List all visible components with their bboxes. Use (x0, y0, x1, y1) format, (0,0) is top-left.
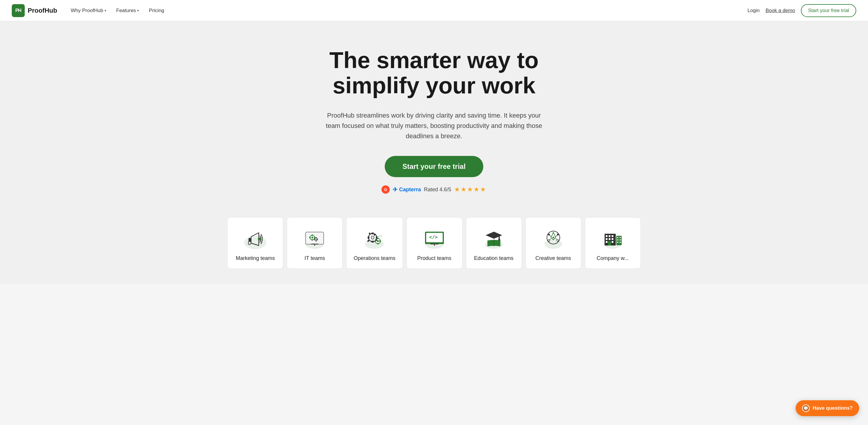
star-rating: ★★★★★ (454, 186, 487, 193)
chevron-down-icon: ▾ (137, 8, 139, 13)
marketing-icon (241, 226, 270, 250)
teams-section: Marketing teams (0, 214, 868, 284)
svg-rect-15 (315, 237, 317, 238)
capterra-badge: ✈ Capterra (393, 186, 421, 193)
team-label-creative: Creative teams (535, 255, 571, 261)
svg-point-51 (553, 237, 554, 238)
svg-rect-10 (311, 239, 313, 240)
svg-rect-18 (317, 239, 318, 240)
svg-rect-68 (606, 241, 608, 243)
hero-ratings: G ✈ Capterra Rated 4.6/5 ★★★★★ (12, 186, 856, 194)
team-card-it[interactable]: IT teams (287, 217, 343, 269)
svg-rect-77 (620, 242, 621, 243)
svg-rect-63 (609, 235, 611, 237)
hero-trial-button[interactable]: Start your free trial (385, 156, 483, 177)
team-label-product: Product teams (417, 255, 452, 261)
svg-rect-22 (371, 232, 374, 234)
team-label-it: IT teams (305, 255, 325, 261)
g2-badge: G (381, 186, 390, 194)
svg-point-53 (548, 234, 550, 235)
svg-rect-24 (368, 236, 369, 239)
hero-section: The smarter way to simplify your work Pr… (0, 21, 868, 214)
svg-rect-35 (379, 240, 380, 242)
svg-text:</>: </> (429, 234, 438, 240)
svg-rect-70 (608, 241, 611, 246)
svg-rect-66 (609, 238, 611, 240)
team-label-company: Company w... (597, 255, 629, 261)
logo[interactable]: PH ProofHub (12, 4, 57, 17)
company-icon (598, 226, 627, 250)
svg-rect-74 (617, 239, 618, 240)
svg-rect-73 (620, 237, 621, 238)
svg-rect-65 (606, 238, 608, 240)
creative-icon (539, 226, 568, 250)
svg-point-0 (244, 236, 267, 249)
svg-point-31 (377, 240, 379, 242)
chevron-down-icon: ▾ (104, 8, 106, 13)
svg-point-59 (557, 239, 559, 242)
nav-features[interactable]: Features ▾ (112, 5, 143, 16)
svg-marker-50 (551, 232, 556, 240)
svg-rect-34 (375, 240, 376, 242)
team-card-company[interactable]: Company w... (585, 217, 641, 269)
hero-title: The smarter way to simplify your work (302, 48, 567, 98)
svg-rect-75 (620, 239, 621, 240)
svg-rect-11 (309, 237, 311, 238)
rating-text: Rated 4.6/5 (424, 187, 451, 193)
svg-rect-33 (377, 243, 379, 244)
brand-name: ProofHub (28, 7, 57, 15)
svg-rect-76 (617, 242, 618, 243)
svg-point-21 (371, 236, 374, 239)
book-demo-link[interactable]: Book a demo (766, 8, 795, 13)
logo-icon: PH (12, 4, 25, 17)
team-card-creative[interactable]: Creative teams (525, 217, 581, 269)
nav-links: Why ProofHub ▾ Features ▾ Pricing (66, 5, 747, 16)
product-icon: </> (420, 226, 449, 250)
team-card-education[interactable]: Education teams (466, 217, 522, 269)
capterra-icon: ✈ (393, 186, 398, 193)
main-nav: PH ProofHub Why ProofHub ▾ Features ▾ Pr… (0, 0, 868, 21)
svg-rect-69 (612, 241, 613, 243)
nav-why-proofhub[interactable]: Why ProofHub ▾ (66, 5, 111, 16)
team-card-marketing[interactable]: Marketing teams (227, 217, 283, 269)
nav-right: Login Book a demo Start your free trial (747, 4, 856, 17)
hero-subtitle: ProofHub streamlines work by driving cla… (324, 110, 545, 141)
svg-rect-62 (606, 235, 608, 237)
svg-point-1 (258, 237, 261, 240)
svg-rect-16 (315, 240, 317, 242)
g2-icon: G (381, 186, 390, 194)
login-link[interactable]: Login (747, 8, 760, 13)
it-icon (300, 226, 329, 250)
svg-rect-23 (371, 241, 374, 243)
team-label-education: Education teams (474, 255, 513, 261)
team-label-operations: Operations teams (353, 255, 395, 261)
svg-rect-9 (311, 235, 313, 236)
teams-grid: Marketing teams (6, 214, 862, 272)
svg-rect-26 (369, 232, 371, 235)
team-label-marketing: Marketing teams (236, 255, 275, 261)
svg-rect-67 (612, 238, 613, 240)
svg-point-55 (557, 234, 559, 235)
svg-rect-64 (612, 235, 613, 237)
operations-icon (360, 226, 389, 250)
nav-trial-button[interactable]: Start your free trial (801, 4, 856, 17)
education-icon (479, 226, 508, 250)
team-card-operations[interactable]: Operations teams (346, 217, 403, 269)
svg-rect-17 (314, 239, 315, 240)
svg-point-57 (548, 239, 550, 242)
svg-point-14 (315, 239, 317, 240)
team-card-product[interactable]: </> Product teams (406, 217, 462, 269)
nav-pricing[interactable]: Pricing (145, 5, 168, 16)
svg-point-8 (311, 237, 313, 238)
svg-rect-72 (617, 237, 618, 238)
svg-rect-71 (616, 236, 622, 245)
svg-rect-32 (377, 238, 379, 239)
